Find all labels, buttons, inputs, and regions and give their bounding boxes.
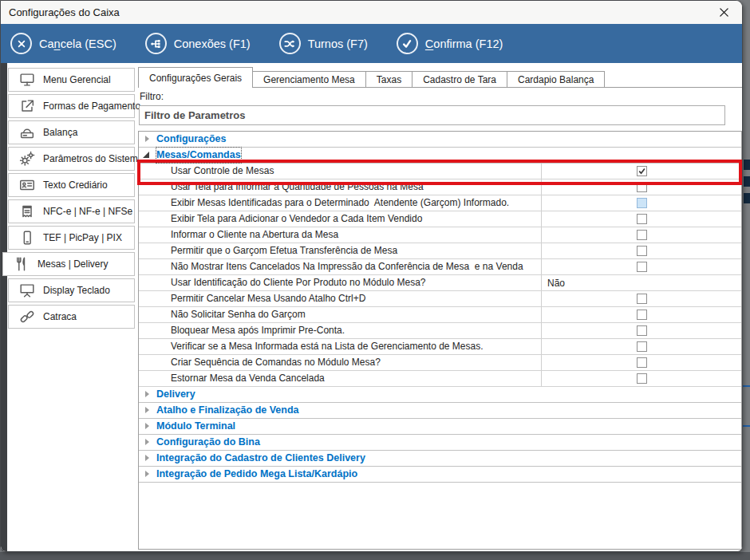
tree-section-mesas-comandas[interactable]: Mesas/Comandas (139, 148, 741, 164)
idcard-icon (18, 175, 37, 195)
tab-cardapio-balan-a[interactable]: Cardapio Balança (507, 71, 605, 88)
tree-section-configura-o-do-bina[interactable]: Configuração do Bina (139, 435, 741, 451)
value-cell (541, 291, 741, 306)
background-window-fragment (744, 193, 750, 203)
tree-section-integra-o-de-pedido-mega-lista-kard-pio[interactable]: Integração de Pedido Mega Lista/Kardápio (139, 467, 741, 483)
shifts-button[interactable]: Turnos (F7) (279, 33, 368, 54)
sidebar-item-mesas-delivery[interactable]: Mesas | Delivery (2, 252, 135, 276)
tab-gerenciamento-mesa[interactable]: Gerenciamento Mesa (252, 71, 366, 88)
tree-row[interactable]: Usar Identificação do Cliente Por Produt… (139, 275, 741, 291)
collapse-icon[interactable] (143, 152, 149, 158)
value-cell: Não (541, 275, 741, 290)
toolbar: Cancela (ESC)Conexões (F1)Turnos (F7)Con… (1, 24, 742, 63)
checkbox[interactable] (637, 325, 647, 336)
close-button[interactable] (710, 1, 737, 24)
sidebar-item-par-metros-do-sistema[interactable]: Parâmetros do Sistema (8, 147, 135, 171)
toolbar-button-label: Conexões (F1) (174, 37, 251, 50)
checkbox[interactable] (637, 294, 647, 304)
checkbox[interactable] (637, 357, 647, 368)
checkbox[interactable] (637, 373, 647, 384)
sidebar-item-nfc-e-nf-e-nfse[interactable]: NFC-e | NF-e | NFSe (8, 199, 135, 223)
tab-taxas[interactable]: Taxas (365, 71, 412, 88)
checkbox[interactable] (637, 214, 647, 224)
chain-icon (18, 307, 37, 326)
receipt-icon (18, 202, 37, 221)
tree-row[interactable]: Permitir que o Garçom Efetua Transferênc… (139, 243, 741, 259)
tree-row[interactable]: Não Mostrar Itens Cancelados Na Impressã… (139, 259, 741, 275)
sidebar-item-menu-gerencial[interactable]: Menu Gerencial (8, 68, 135, 92)
checkbox[interactable] (637, 198, 647, 208)
tree-row[interactable]: Usar Tela para Informar a Quantidade de … (139, 179, 741, 195)
value-cell (541, 179, 741, 195)
toolbar-button-label: Turnos (F7) (308, 37, 368, 50)
close-icon (719, 7, 729, 18)
background-window-fragment (744, 176, 750, 187)
sidebar-item-tef-picpay-pix[interactable]: TEF | PicPay | PIX (8, 226, 135, 250)
tree-row[interactable]: Não Solicitar Senha do Garçom (139, 307, 741, 323)
tree-row[interactable]: Exibir Mesas Identificadas para o Determ… (139, 195, 741, 211)
sidebar-item-balan-a[interactable]: Balança (8, 120, 135, 144)
tree-row[interactable]: Permitir Cancelar Mesa Usando Atalho Ctr… (139, 291, 741, 307)
value-cell (541, 259, 741, 274)
shuffle-icon (279, 33, 301, 54)
expand-icon[interactable] (145, 136, 149, 142)
value-cell (541, 355, 741, 370)
sidebar: Menu GerencialFormas de PagamentoBalança… (1, 68, 136, 331)
value-cell (541, 371, 741, 386)
tree-row[interactable]: Criar Sequência de Comandas no Módulo Me… (139, 355, 741, 371)
tree-section-atalho-e-finaliza-o-de-venda[interactable]: Atalho e Finalização de Venda (139, 403, 741, 419)
value-cell (541, 227, 741, 243)
expand-icon[interactable] (145, 455, 149, 461)
value-cell (541, 243, 741, 258)
tree-row[interactable]: Informar o Cliente na Abertura da Mesa (139, 227, 741, 243)
external-link-icon (18, 97, 37, 116)
title-bar: Configurações do Caixa (1, 1, 742, 24)
background-window-fragment (743, 425, 750, 427)
checkbox[interactable] (637, 166, 647, 176)
toolbar-buttons: Cancela (ESC)Conexões (F1)Turnos (F7)Con… (10, 33, 503, 54)
tab-configura-es-gerais[interactable]: Configurações Gerais (138, 67, 253, 88)
checkbox[interactable] (637, 310, 647, 320)
expand-icon[interactable] (145, 439, 149, 445)
tree-section-configura-es[interactable]: Configurações (139, 132, 741, 148)
expand-icon[interactable] (145, 423, 149, 429)
window-title: Configurações do Caixa (1, 6, 710, 18)
tab-cadastro-de-tara[interactable]: Cadastro de Tara (412, 71, 507, 88)
cancel-button[interactable]: Cancela (ESC) (10, 33, 116, 54)
value-cell (541, 195, 741, 211)
sidebar-item-texto-credi-rio[interactable]: Texto Crediário (8, 173, 135, 197)
background-taskbar-strip (0, 552, 750, 560)
tree-row[interactable]: Verificar se a Mesa Informada está na Li… (139, 339, 741, 355)
check-icon (397, 33, 418, 54)
toolbar-button-label: Cancela (ESC) (39, 37, 116, 50)
phone-icon (18, 228, 37, 247)
scale-icon (18, 123, 37, 142)
cutlery-icon (12, 254, 31, 274)
checkbox[interactable] (637, 182, 647, 192)
expand-icon[interactable] (145, 391, 149, 397)
tree-section-integra-o-do-cadastro-de-clientes-delivery[interactable]: Integração do Cadastro de Clientes Deliv… (139, 451, 741, 467)
tree-row[interactable]: Bloquear Mesa após Imprimir Pre-Conta. (139, 323, 741, 339)
background-window-fragment (744, 160, 750, 170)
expand-icon[interactable] (145, 471, 149, 477)
value-cell (541, 211, 741, 227)
tree-row[interactable]: Estornar Mesa da Venda Cancelada (139, 371, 741, 387)
sidebar-item-catraca[interactable]: Catraca (8, 305, 135, 329)
tree-row[interactable]: Exibir Tela para Adicionar o Vendedor a … (139, 211, 741, 227)
filter-input[interactable] (139, 105, 725, 125)
sidebar-item-formas-de-pagamento[interactable]: Formas de Pagamento (8, 94, 135, 118)
checkbox[interactable] (637, 246, 647, 256)
tree-section-delivery[interactable]: Delivery (139, 387, 741, 403)
tree-section-m-dulo-terminal[interactable]: Módulo Terminal (139, 419, 741, 435)
value-cell (541, 307, 741, 322)
checkbox[interactable] (637, 341, 647, 352)
value-cell (541, 339, 741, 354)
checkbox[interactable] (637, 230, 647, 240)
confirm-button[interactable]: Confirma (F12) (397, 33, 503, 54)
connections-button[interactable]: Conexões (F1) (145, 33, 251, 54)
expand-icon[interactable] (145, 407, 149, 413)
checkbox[interactable] (637, 262, 647, 272)
tree-row[interactable]: Usar Controle de Mesas (139, 164, 741, 179)
sidebar-item-display-teclado[interactable]: Display Teclado (8, 278, 135, 302)
cancel-icon (10, 33, 32, 54)
